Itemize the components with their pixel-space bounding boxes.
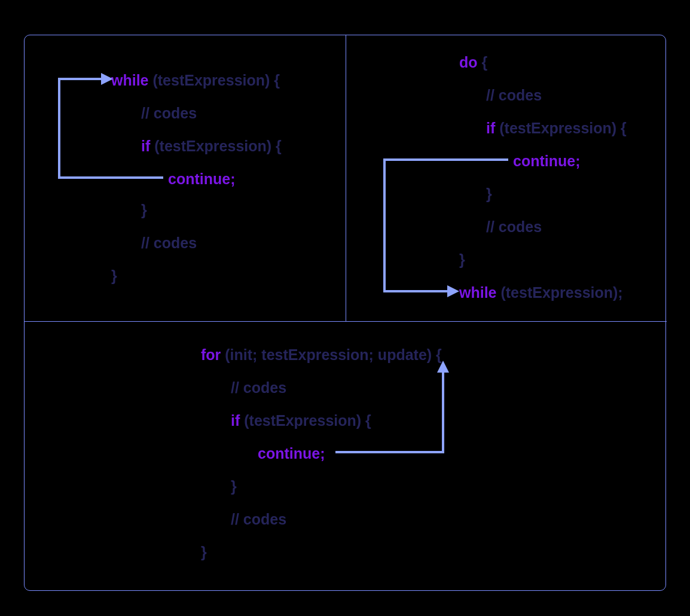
while-line-1: while (testExpression) { xyxy=(111,71,280,89)
keyword-if: if xyxy=(231,412,240,429)
for-line-6: // codes xyxy=(231,510,286,528)
svg-marker-1 xyxy=(447,285,459,297)
while-line-7: } xyxy=(111,267,117,285)
keyword-while: while xyxy=(111,72,149,89)
text: (testExpression); xyxy=(497,284,623,301)
do-arrow xyxy=(346,35,667,321)
for-line-1: for (init; testExpression; update) { xyxy=(201,346,442,364)
for-continue: continue; xyxy=(258,444,325,462)
do-line-8: while (testExpression); xyxy=(459,283,623,301)
text: (testExpression) { xyxy=(149,72,280,89)
do-line-2: // codes xyxy=(486,86,542,104)
while-panel: while (testExpression) { // codes if (te… xyxy=(25,35,346,321)
for-line-2: // codes xyxy=(231,379,286,397)
do-line-3: if (testExpression) { xyxy=(486,119,627,137)
do-line-6: // codes xyxy=(486,218,542,236)
keyword-do: do xyxy=(459,54,478,71)
while-continue: continue; xyxy=(168,170,236,188)
keyword-while: while xyxy=(459,284,497,301)
for-line-5: } xyxy=(231,477,237,495)
while-line-2: // codes xyxy=(141,104,197,122)
do-line-1: do { xyxy=(459,53,487,71)
do-line-7: } xyxy=(459,251,465,269)
for-panel: for (init; testExpression; update) { // … xyxy=(25,322,667,591)
keyword-if: if xyxy=(141,138,150,154)
text: (init; testExpression; update) { xyxy=(221,346,441,363)
text: (testExpression) { xyxy=(495,120,627,136)
text: (testExpression) { xyxy=(150,138,282,154)
for-line-7: } xyxy=(201,543,207,561)
keyword-for: for xyxy=(201,346,221,363)
while-line-6: // codes xyxy=(141,234,197,252)
while-line-3: if (testExpression) { xyxy=(141,137,282,155)
keyword-if: if xyxy=(486,120,495,136)
while-line-5: } xyxy=(141,201,147,219)
text: { xyxy=(478,54,488,71)
for-line-3: if (testExpression) { xyxy=(231,411,371,429)
diagram-frame: while (testExpression) { // codes if (te… xyxy=(24,35,666,591)
text: (testExpression) { xyxy=(240,412,371,429)
do-line-5: } xyxy=(486,185,492,203)
do-while-panel: do { // codes if (testExpression) { cont… xyxy=(346,35,667,321)
do-continue: continue; xyxy=(513,152,581,170)
